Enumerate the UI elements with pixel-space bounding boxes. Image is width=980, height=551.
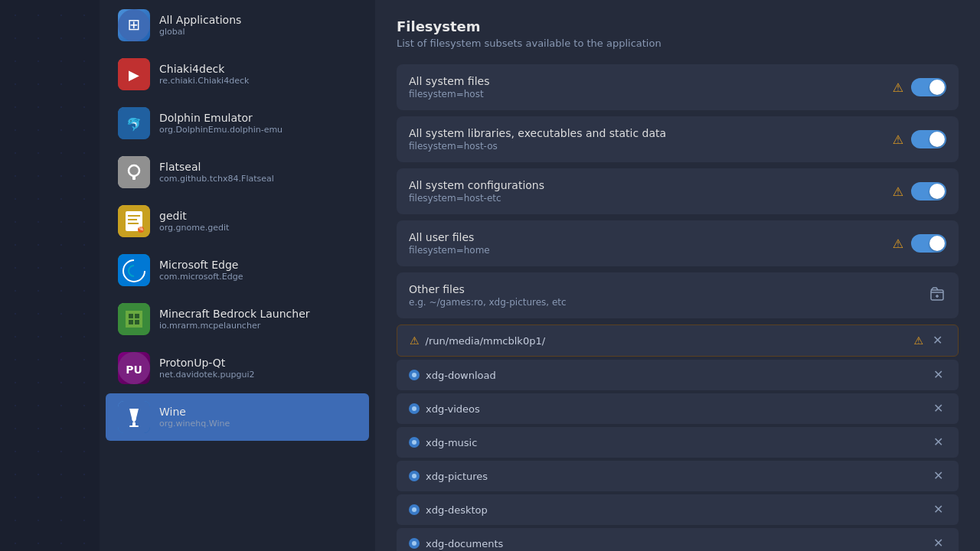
remove-file-button-5[interactable]: ✕ xyxy=(930,502,946,517)
remove-file-button-2[interactable]: ✕ xyxy=(930,401,946,416)
svg-rect-11 xyxy=(128,215,140,217)
file-name-1: xdg-download xyxy=(426,370,496,381)
dolphin-emulator-info: Dolphin Emulatororg.DolphinEmu.dolphin-e… xyxy=(159,112,283,135)
permission-info-0: All system files filesystem=host xyxy=(409,75,490,99)
svg-rect-22 xyxy=(135,320,139,324)
all-applications-app-id: global xyxy=(159,27,241,37)
file-entry-right-3: ✕ xyxy=(930,435,946,450)
file-dot-3 xyxy=(409,437,420,448)
file-warning-icon-0: ⚠ xyxy=(410,334,420,347)
app-item-microsoft-edge[interactable]: Microsoft Edgecom.microsoft.Edge xyxy=(106,246,369,294)
remove-file-button-3[interactable]: ✕ xyxy=(930,435,946,450)
protonup-qt-info: ProtonUp-Qtnet.davidotek.pupgui2 xyxy=(159,357,254,380)
remove-file-button-6[interactable]: ✕ xyxy=(930,536,946,551)
sidebar xyxy=(0,0,100,551)
file-entry-right-1: ✕ xyxy=(930,367,946,383)
chiaki4deck-app-id: re.chiaki.Chiaki4deck xyxy=(159,76,249,86)
file-name-4: xdg-pictures xyxy=(426,471,488,482)
all-applications-info: All Applicationsglobal xyxy=(159,14,241,37)
microsoft-edge-icon xyxy=(118,254,150,286)
file-entries-container: ⚠ /run/media/mmcblk0p1/ ⚠ ✕ xdg-download… xyxy=(397,324,959,551)
chiaki4deck-info: Chiaki4deckre.chiaki.Chiaki4deck xyxy=(159,63,249,86)
file-dot-2 xyxy=(409,403,420,414)
file-entry-right-6: ✕ xyxy=(930,536,946,551)
file-entry-0: ⚠ /run/media/mmcblk0p1/ ⚠ ✕ xyxy=(397,324,959,357)
minecraft-info: Minecraft Bedrock Launcherio.mrarm.mcpel… xyxy=(159,308,310,331)
app-item-all-applications[interactable]: ⊞All Applicationsglobal xyxy=(106,2,369,49)
add-folder-button[interactable] xyxy=(928,285,946,307)
flatseal-icon xyxy=(118,156,150,188)
permission-label-0: All system files xyxy=(409,75,490,87)
file-dot-1 xyxy=(409,370,420,380)
flatseal-name: Flatseal xyxy=(159,161,274,173)
svg-text:⊞: ⊞ xyxy=(128,15,141,34)
app-item-chiaki4deck[interactable]: ▶Chiaki4deckre.chiaki.Chiaki4deck xyxy=(106,51,369,98)
file-entry-right-5: ✕ xyxy=(930,502,946,517)
svg-text:🐬: 🐬 xyxy=(126,117,142,132)
permission-card-0: All system files filesystem=host ⚠ xyxy=(397,64,959,110)
app-item-wine[interactable]: Wineorg.winehq.Wine xyxy=(106,393,369,441)
warning-icon-2: ⚠ xyxy=(893,184,903,199)
permissions-container: All system files filesystem=host ⚠ All s… xyxy=(397,64,959,266)
warning-icon-0: ⚠ xyxy=(893,80,903,95)
app-item-gedit[interactable]: ✎geditorg.gnome.gedit xyxy=(106,197,369,245)
protonup-qt-app-id: net.davidotek.pupgui2 xyxy=(159,370,254,380)
file-dot-6 xyxy=(409,538,420,549)
file-dot-4 xyxy=(409,471,420,481)
file-entry-right-2: ✕ xyxy=(930,401,946,416)
chiaki4deck-name: Chiaki4deck xyxy=(159,63,249,75)
app-item-protonup-qt[interactable]: PUProtonUp-Qtnet.davidotek.pupgui2 xyxy=(106,344,369,392)
file-entry-5: xdg-desktop ✕ xyxy=(397,494,959,525)
file-entry-left-2: xdg-videos xyxy=(409,403,480,415)
minecraft-app-id: io.mrarm.mcpelauncher xyxy=(159,321,310,331)
file-entry-6: xdg-documents ✕ xyxy=(397,528,959,551)
dolphin-emulator-name: Dolphin Emulator xyxy=(159,112,283,124)
warning-icon-1: ⚠ xyxy=(893,132,903,147)
svg-rect-21 xyxy=(129,320,133,324)
section-title: Filesystem xyxy=(397,18,959,34)
svg-text:PU: PU xyxy=(126,364,142,376)
dolphin-emulator-app-id: org.DolphinEmu.dolphin-emu xyxy=(159,125,283,135)
other-files-subtitle: e.g. ~/games:ro, xdg-pictures, etc xyxy=(409,297,567,308)
app-item-dolphin-emulator[interactable]: 🐬Dolphin Emulatororg.DolphinEmu.dolphin-… xyxy=(106,99,369,147)
remove-file-button-0[interactable]: ✕ xyxy=(929,333,946,348)
permission-controls-2: ⚠ xyxy=(893,182,946,201)
section-subtitle: List of filesystem subsets available to … xyxy=(397,37,959,49)
permission-card-1: All system libraries, executables and st… xyxy=(397,116,959,162)
permission-label-1: All system libraries, executables and st… xyxy=(409,127,666,139)
file-name-6: xdg-documents xyxy=(426,538,503,549)
microsoft-edge-info: Microsoft Edgecom.microsoft.Edge xyxy=(159,259,243,282)
svg-rect-27 xyxy=(129,425,139,427)
permission-label-2: All system configurations xyxy=(409,179,544,191)
remove-file-button-4[interactable]: ✕ xyxy=(930,468,946,484)
file-entry-left-6: xdg-documents xyxy=(409,538,503,549)
svg-rect-19 xyxy=(129,314,133,318)
toggle-0[interactable] xyxy=(911,78,946,96)
permission-controls-0: ⚠ xyxy=(893,78,946,96)
main-content: Filesystem List of filesystem subsets av… xyxy=(375,0,980,551)
app-item-flatseal[interactable]: Flatsealcom.github.tchx84.Flatseal xyxy=(106,148,369,196)
app-item-minecraft[interactable]: Minecraft Bedrock Launcherio.mrarm.mcpel… xyxy=(106,295,369,343)
file-name-0: /run/media/mmcblk0p1/ xyxy=(426,335,546,347)
permission-info-2: All system configurations filesystem=hos… xyxy=(409,179,544,204)
protonup-qt-name: ProtonUp-Qt xyxy=(159,357,254,369)
remove-file-button-1[interactable]: ✕ xyxy=(930,367,946,383)
chiaki4deck-icon: ▶ xyxy=(118,58,150,90)
file-entry-right-0: ⚠ ✕ xyxy=(913,333,946,348)
file-name-5: xdg-desktop xyxy=(426,504,488,516)
toggle-1[interactable] xyxy=(911,130,946,148)
dolphin-emulator-icon: 🐬 xyxy=(118,107,150,139)
app-list-panel: ⊞All Applicationsglobal▶Chiaki4deckre.ch… xyxy=(100,0,375,551)
toggle-3[interactable] xyxy=(911,234,946,253)
flatseal-app-id: com.github.tchx84.Flatseal xyxy=(159,174,274,184)
svg-text:✎: ✎ xyxy=(138,224,144,233)
toggle-2[interactable] xyxy=(911,182,946,201)
other-files-label: Other files xyxy=(409,283,567,295)
permission-info-3: All user files filesystem=home xyxy=(409,231,490,256)
minecraft-name: Minecraft Bedrock Launcher xyxy=(159,308,310,320)
svg-rect-18 xyxy=(126,311,142,328)
permission-value-0: filesystem=host xyxy=(409,89,490,99)
gedit-app-id: org.gnome.gedit xyxy=(159,223,229,233)
file-entry-left-5: xdg-desktop xyxy=(409,504,488,516)
svg-rect-20 xyxy=(135,314,139,318)
